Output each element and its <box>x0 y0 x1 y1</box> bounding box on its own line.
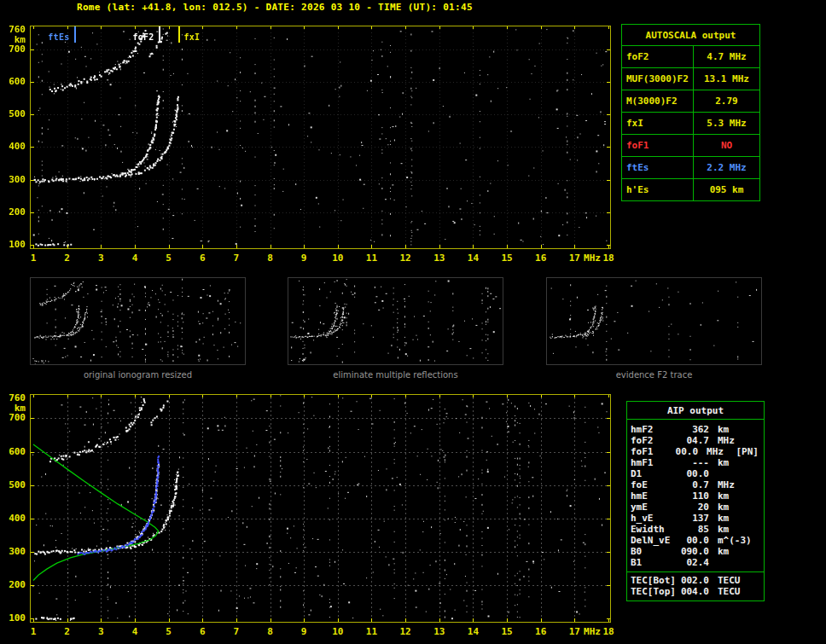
x-tick-label: 10 <box>332 626 343 637</box>
x-tick-label: 7 <box>234 626 240 637</box>
aip-param-note <box>752 468 760 479</box>
aip-param-value: 00.0 <box>678 468 709 479</box>
aip-param-note <box>752 575 760 586</box>
x-axis-unit: MHz <box>584 252 601 264</box>
aip-param-note <box>752 457 760 468</box>
aip-param-value: 110 <box>678 490 709 502</box>
aip-param-unit <box>709 557 752 568</box>
aip-param-value: 002.0 <box>678 575 709 586</box>
aip-param-note <box>752 557 760 568</box>
aip-param-note <box>752 524 760 535</box>
autoscala-param-label: foF1 <box>622 135 694 156</box>
autoscala-param-value: 13.1 MHz <box>694 68 759 90</box>
x-tick-label: 2 <box>64 626 70 637</box>
aip-row-d1: D100.0 <box>627 468 764 479</box>
autoscala-param-value: NO <box>694 135 759 156</box>
x-tick-label: 15 <box>501 252 512 264</box>
x-tick-label: 3 <box>98 626 104 637</box>
aip-param-note: [PN] <box>736 446 761 457</box>
thumbnail-eliminate-canvas <box>288 278 503 364</box>
aip-param-name: foE <box>631 479 678 490</box>
thumbnail-eliminate-reflections <box>288 277 503 365</box>
y-tick-label: 100 <box>3 612 26 624</box>
aip-param-value: 04.7 <box>678 435 709 446</box>
aip-param-unit: TECU <box>709 575 752 586</box>
y-tick-label: 400 <box>3 513 26 524</box>
aip-param-note <box>752 546 760 557</box>
aip-param-note <box>752 490 760 502</box>
aip-param-value: 20 <box>678 502 709 513</box>
y-tick-label: 600 <box>3 446 26 457</box>
x-tick-label: 6 <box>200 252 206 264</box>
aip-row-hve: h_vE137km <box>627 513 764 524</box>
aip-panel-title: AIP output <box>627 402 764 420</box>
aip-param-note <box>752 479 760 490</box>
x-tick-label: 9 <box>301 252 307 264</box>
aip-row-hmf1: hmF1---km <box>627 457 764 468</box>
y-axis-unit: km <box>3 34 26 45</box>
marker-label-fof2: foF2 <box>132 32 154 42</box>
aip-row-tectop: TEC[Top]004.0TECU <box>627 586 764 597</box>
x-tick-label: 1 <box>31 252 37 264</box>
aip-param-value: 137 <box>678 513 709 524</box>
x-tick-label: 4 <box>132 626 138 637</box>
aip-row-b0: B0090.0km <box>627 546 764 557</box>
aip-param-value: 00.0 <box>678 535 709 546</box>
aip-param-unit: km <box>709 490 752 502</box>
x-tick-label: 17 <box>569 626 580 637</box>
restored-ionogram-plot <box>30 394 611 623</box>
aip-param-unit: km <box>709 424 752 435</box>
frequency-marker-labels: ftEsfoF2fxI <box>31 26 610 248</box>
x-tick-label: 13 <box>433 252 445 264</box>
autoscala-param-value: 2.2 MHz <box>694 157 759 178</box>
aip-param-name: Ewidth <box>631 524 678 535</box>
aip-param-value: 0.7 <box>678 479 709 490</box>
aip-parameter-rows: hmF2362kmfoF204.7MHzfoF100.0MHz[PN]hmF1-… <box>627 424 764 568</box>
y-tick-label: 200 <box>3 206 26 218</box>
aip-param-value: 85 <box>678 524 709 535</box>
aip-param-note <box>752 424 760 435</box>
thumbnail-evidence-f2 <box>546 277 762 365</box>
x-tick-label: 14 <box>468 626 479 637</box>
autoscala-param-value: 4.7 MHz <box>694 46 759 67</box>
x-tick-label: 2 <box>64 252 70 264</box>
aip-param-name: h_vE <box>631 513 678 524</box>
aip-param-value: 090.0 <box>678 546 709 557</box>
aip-param-name: B1 <box>631 557 678 568</box>
x-tick-label: 8 <box>267 626 273 637</box>
autoscala-row-fxi: fxI5.3 MHz <box>622 112 759 134</box>
y-tick-label: 600 <box>3 76 26 87</box>
aip-param-name: hmE <box>631 490 678 502</box>
aip-param-name: hmF2 <box>631 424 678 435</box>
aip-param-unit: MHz <box>709 479 752 490</box>
aip-param-name: TEC[Top] <box>631 586 678 597</box>
x-tick-label: 16 <box>535 626 546 637</box>
x-tick-label: 1 <box>31 626 37 637</box>
aip-param-unit: MHz <box>709 435 752 446</box>
autoscala-row-fof1: foF1NO <box>622 134 759 156</box>
thumbnail-caption-eliminate: eliminate multiple reflections <box>288 370 503 380</box>
thumbnail-original-canvas <box>31 278 245 364</box>
autoscala-param-value: 095 km <box>694 179 759 200</box>
x-tick-label: 9 <box>301 626 307 637</box>
aip-param-name: B0 <box>631 546 678 557</box>
x-tick-label: 14 <box>468 252 479 264</box>
y-tick-label: 500 <box>3 108 26 119</box>
y-tick-label: 700 <box>3 412 26 423</box>
x-tick-label: 7 <box>234 252 240 264</box>
x-tick-label: 11 <box>366 252 377 264</box>
autoscala-output-table: AUTOSCALA output foF24.7 MHzMUF(3000)F21… <box>621 24 760 201</box>
aip-output-panel: AIP output hmF2362kmfoF204.7MHzfoF100.0M… <box>626 401 765 601</box>
aip-param-unit: km <box>709 524 752 535</box>
aip-row-hme: hmE110km <box>627 490 764 502</box>
x-tick-label: 17 <box>569 252 580 264</box>
aip-param-note <box>752 586 760 597</box>
aip-param-value: 004.0 <box>678 586 709 597</box>
aip-param-name: ymE <box>631 502 678 513</box>
y-tick-label: 300 <box>3 546 26 557</box>
x-tick-label: 13 <box>433 626 445 637</box>
x-tick-label: 12 <box>399 252 410 264</box>
aip-param-note <box>752 513 760 524</box>
aip-param-name: DelN_vE <box>631 535 678 546</box>
x-tick-label: 18 <box>602 626 614 637</box>
